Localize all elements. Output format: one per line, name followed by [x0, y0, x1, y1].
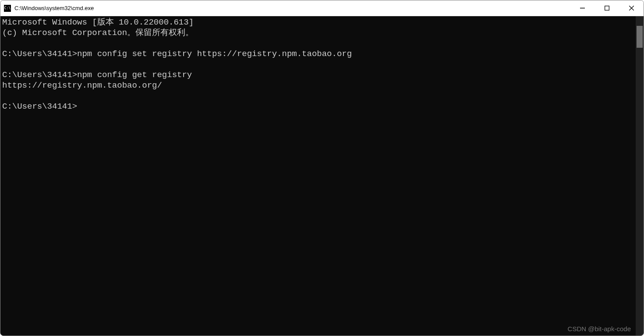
terminal-line — [2, 38, 634, 49]
cmd-window: C:\ C:\Windows\system32\cmd.exe Microsof… — [0, 0, 644, 336]
terminal-line: C:\Users\34141>npm config get registry — [2, 70, 634, 80]
terminal-line — [2, 59, 634, 70]
scrollbar-track[interactable] — [636, 16, 644, 336]
window-title: C:\Windows\system32\cmd.exe — [14, 5, 94, 11]
maximize-button[interactable] — [594, 0, 619, 16]
window-controls — [570, 0, 644, 16]
cmd-icon: C:\ — [4, 5, 11, 12]
minimize-icon — [580, 6, 585, 11]
terminal-line: Microsoft Windows [版本 10.0.22000.613] — [2, 17, 634, 28]
terminal-line: (c) Microsoft Corporation。保留所有权利。 — [2, 28, 634, 38]
scrollbar-thumb[interactable] — [637, 26, 643, 48]
terminal-line — [2, 91, 634, 101]
maximize-icon — [605, 6, 609, 11]
svg-rect-0 — [605, 6, 609, 11]
terminal-line: https://registry.npm.taobao.org/ — [2, 80, 634, 91]
close-button[interactable] — [619, 0, 644, 16]
terminal-area: Microsoft Windows [版本 10.0.22000.613](c)… — [0, 16, 644, 336]
terminal-output[interactable]: Microsoft Windows [版本 10.0.22000.613](c)… — [0, 16, 636, 336]
titlebar[interactable]: C:\ C:\Windows\system32\cmd.exe — [0, 0, 644, 16]
terminal-line: C:\Users\34141>npm config set registry h… — [2, 49, 634, 59]
minimize-button[interactable] — [570, 0, 594, 16]
close-icon — [629, 6, 634, 11]
terminal-line: C:\Users\34141> — [2, 101, 634, 112]
